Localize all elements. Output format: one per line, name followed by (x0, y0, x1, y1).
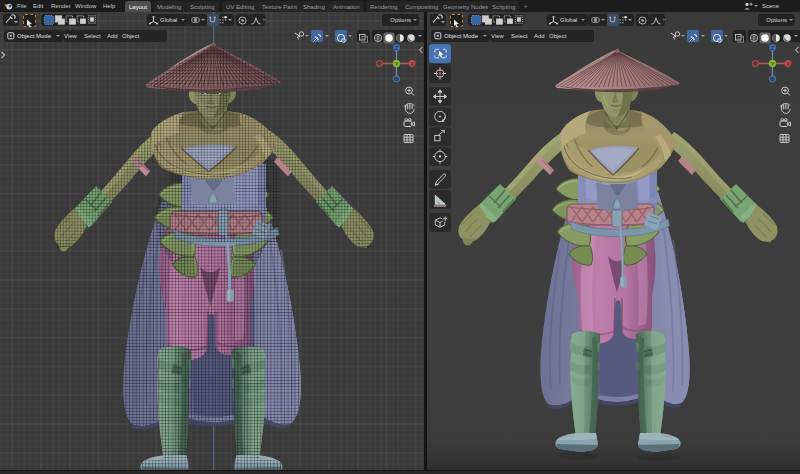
svg-text:X: X (410, 61, 414, 67)
svg-text:Y: Y (771, 61, 775, 67)
svg-text:Y: Y (395, 61, 399, 67)
svg-text:X: X (786, 61, 790, 67)
